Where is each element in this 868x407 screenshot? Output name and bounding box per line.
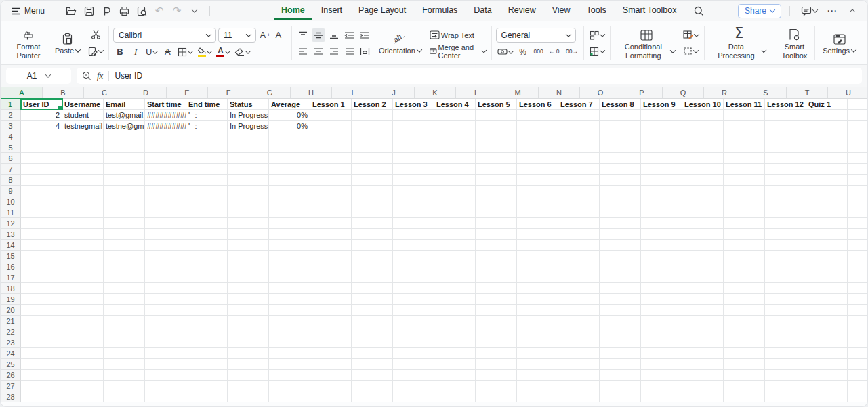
- cell-K24[interactable]: [434, 348, 476, 359]
- increase-indent-button[interactable]: [358, 28, 372, 42]
- cell-C13[interactable]: [104, 229, 145, 240]
- cell-G20[interactable]: [269, 305, 310, 316]
- cell-B7[interactable]: [62, 164, 104, 175]
- row-header-5[interactable]: 5: [1, 142, 21, 153]
- row-header-15[interactable]: 15: [1, 251, 21, 261]
- cell-N19[interactable]: [558, 294, 600, 305]
- cell-R21[interactable]: [724, 316, 765, 326]
- cell-I7[interactable]: [352, 164, 393, 175]
- cell-A8[interactable]: [21, 175, 62, 186]
- cell-K10[interactable]: [434, 196, 476, 207]
- cell-E3[interactable]: '--:--: [186, 121, 228, 131]
- cell-A27[interactable]: [21, 381, 62, 391]
- cell-L14[interactable]: [476, 240, 517, 251]
- cell-I24[interactable]: [352, 348, 393, 359]
- cell-P27[interactable]: [641, 381, 682, 391]
- tab-data[interactable]: Data: [466, 2, 499, 20]
- cell-A15[interactable]: [21, 251, 62, 261]
- cell-J28[interactable]: [393, 391, 434, 402]
- row-header-17[interactable]: 17: [1, 272, 21, 283]
- cell-Q11[interactable]: [682, 207, 724, 218]
- cell-E6[interactable]: [186, 153, 228, 164]
- row-header-26[interactable]: 26: [1, 370, 21, 381]
- row-header-2[interactable]: 2: [1, 110, 21, 121]
- row-header-6[interactable]: 6: [1, 153, 21, 164]
- cell-B27[interactable]: [62, 381, 104, 391]
- row-header-12[interactable]: 12: [1, 218, 21, 229]
- cell-K22[interactable]: [434, 326, 476, 337]
- row-header-20[interactable]: 20: [1, 305, 21, 316]
- cell-D16[interactable]: [145, 261, 186, 272]
- cell-E17[interactable]: [186, 272, 228, 283]
- cell-A16[interactable]: [21, 261, 62, 272]
- clear-format-button[interactable]: [233, 45, 251, 59]
- cell-E21[interactable]: [186, 316, 228, 326]
- cell-A9[interactable]: [21, 186, 62, 196]
- cell-F16[interactable]: [228, 261, 269, 272]
- column-header-L[interactable]: L: [456, 87, 497, 99]
- print-preview-icon[interactable]: [133, 3, 150, 18]
- cell-T18[interactable]: [806, 283, 848, 294]
- cell-Q4[interactable]: [682, 131, 724, 142]
- cell-O4[interactable]: [600, 131, 641, 142]
- justify-button[interactable]: [343, 45, 356, 58]
- cell-U5[interactable]: [848, 142, 868, 153]
- name-box[interactable]: A1: [6, 68, 71, 84]
- cell-H1[interactable]: Lesson 1: [310, 99, 352, 110]
- fx-icon[interactable]: fx: [97, 70, 103, 81]
- cell-G16[interactable]: [269, 261, 310, 272]
- cell-E5[interactable]: [186, 142, 228, 153]
- cell-T16[interactable]: [806, 261, 848, 272]
- cell-O3[interactable]: [600, 121, 641, 131]
- cell-N18[interactable]: [558, 283, 600, 294]
- column-header-O[interactable]: O: [580, 87, 621, 99]
- column-header-F[interactable]: F: [208, 87, 249, 99]
- cell-N8[interactable]: [558, 175, 600, 186]
- cell-O2[interactable]: [600, 110, 641, 121]
- cell-K6[interactable]: [434, 153, 476, 164]
- cell-U21[interactable]: [848, 316, 868, 326]
- cell-H3[interactable]: [310, 121, 352, 131]
- cell-E15[interactable]: [186, 251, 228, 261]
- cell-S5[interactable]: [765, 142, 806, 153]
- cell-U28[interactable]: [848, 391, 868, 402]
- cell-N15[interactable]: [558, 251, 600, 261]
- column-header-M[interactable]: M: [497, 87, 539, 99]
- cell-R14[interactable]: [724, 240, 765, 251]
- paste-button[interactable]: Paste: [51, 29, 83, 57]
- cell-H15[interactable]: [310, 251, 352, 261]
- cell-D20[interactable]: [145, 305, 186, 316]
- cell-I10[interactable]: [352, 196, 393, 207]
- cell-T4[interactable]: [806, 131, 848, 142]
- cell-G1[interactable]: Average: [269, 99, 310, 110]
- cell-L16[interactable]: [476, 261, 517, 272]
- cell-O5[interactable]: [600, 142, 641, 153]
- cell-F23[interactable]: [228, 337, 269, 348]
- cell-C26[interactable]: [104, 370, 145, 381]
- cell-N27[interactable]: [558, 381, 600, 391]
- cell-S6[interactable]: [765, 153, 806, 164]
- cell-S18[interactable]: [765, 283, 806, 294]
- column-header-E[interactable]: E: [167, 87, 208, 99]
- wrap-text-button[interactable]: Wrap Text: [428, 28, 487, 42]
- cell-M11[interactable]: [517, 207, 558, 218]
- cell-P13[interactable]: [641, 229, 682, 240]
- cell-K21[interactable]: [434, 316, 476, 326]
- cell-N16[interactable]: [558, 261, 600, 272]
- cell-O17[interactable]: [600, 272, 641, 283]
- cell-P4[interactable]: [641, 131, 682, 142]
- cell-L10[interactable]: [476, 196, 517, 207]
- cell-C25[interactable]: [104, 359, 145, 370]
- cell-E1[interactable]: End time: [186, 99, 228, 110]
- cell-U26[interactable]: [848, 370, 868, 381]
- row-header-27[interactable]: 27: [1, 381, 21, 391]
- cell-F1[interactable]: Status: [228, 99, 269, 110]
- row-header-1[interactable]: 1: [1, 99, 21, 110]
- cell-C9[interactable]: [104, 186, 145, 196]
- cell-A26[interactable]: [21, 370, 62, 381]
- cell-O22[interactable]: [600, 326, 641, 337]
- cell-N26[interactable]: [558, 370, 600, 381]
- cell-K11[interactable]: [434, 207, 476, 218]
- cell-G27[interactable]: [269, 381, 310, 391]
- cell-J15[interactable]: [393, 251, 434, 261]
